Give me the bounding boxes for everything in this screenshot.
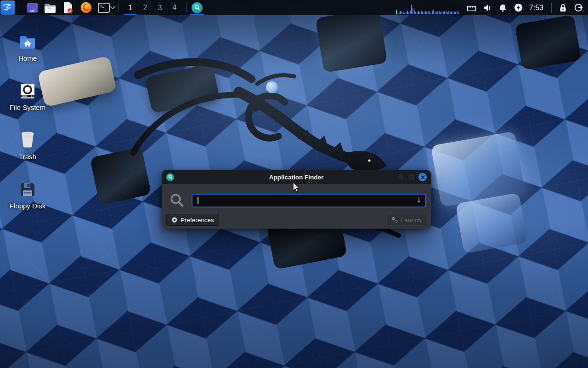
network-tray-button[interactable] xyxy=(464,0,480,15)
volume-tray-button[interactable] xyxy=(480,0,495,15)
close-button[interactable] xyxy=(418,173,427,181)
cpu-bar xyxy=(441,12,442,14)
search-input[interactable] xyxy=(192,194,426,207)
launcher-terminal[interactable]: $ xyxy=(98,2,110,14)
launcher-firefox[interactable] xyxy=(80,2,92,14)
desktop-icon-label: Floppy Disk xyxy=(10,202,45,210)
cpu-bar xyxy=(428,11,429,14)
workspace-indicator xyxy=(153,14,167,15)
cpu-bar xyxy=(400,11,401,14)
cpu-bar xyxy=(454,12,455,14)
preferences-button[interactable]: Preferences xyxy=(166,214,219,226)
search-row: ↓ xyxy=(166,193,426,208)
taskbar-application-finder[interactable] xyxy=(190,0,204,15)
cpu-bar xyxy=(408,12,409,14)
minimize-button[interactable] xyxy=(396,173,405,181)
workspace-indicator xyxy=(138,14,152,15)
volume-icon xyxy=(483,4,492,12)
cpu-bar xyxy=(414,11,415,14)
desktop-icon-label: Home xyxy=(18,54,37,62)
desktop-icon-label: Trash xyxy=(19,153,36,161)
workspace-active-indicator xyxy=(124,14,137,15)
filesystem-drive-icon xyxy=(20,78,35,99)
cpu-bar xyxy=(401,12,402,14)
panel-separator xyxy=(551,3,552,13)
cpu-bar xyxy=(417,12,418,14)
cpu-bar xyxy=(404,13,405,14)
button-row: Preferences Launch xyxy=(166,214,426,226)
cpu-bar xyxy=(399,12,400,14)
cpu-bar xyxy=(436,12,437,14)
desktop-icon-floppy[interactable]: Floppy Disk xyxy=(6,172,50,222)
maximize-button[interactable] xyxy=(407,173,416,181)
notifications-tray-button[interactable] xyxy=(495,0,511,15)
window-controls xyxy=(396,173,427,181)
logout-button[interactable] xyxy=(571,0,586,15)
launch-label: Launch xyxy=(401,217,421,224)
run-gears-icon xyxy=(391,217,398,224)
workspace-1[interactable]: 1 xyxy=(123,0,138,15)
cpu-bar xyxy=(430,13,431,14)
text-editor-icon xyxy=(63,2,73,14)
workspace-2[interactable]: 2 xyxy=(138,0,153,15)
cpu-graph[interactable] xyxy=(396,0,461,15)
cpu-bar xyxy=(451,12,452,14)
cpu-bar xyxy=(455,12,456,14)
panel-launchers: $ xyxy=(26,2,110,14)
gear-icon xyxy=(171,217,178,223)
panel-separator xyxy=(119,3,119,13)
logout-icon xyxy=(574,3,583,12)
close-icon xyxy=(421,175,425,179)
desktop-icon-home[interactable]: Home xyxy=(6,25,50,74)
cpu-bar xyxy=(397,13,398,14)
power-manager-tray-button[interactable] xyxy=(511,0,526,15)
panel-separator xyxy=(20,3,20,13)
notifications-bell-icon xyxy=(499,4,507,12)
cpu-bar xyxy=(439,11,440,14)
launcher-text-editor[interactable] xyxy=(62,2,74,14)
workspace-switcher: 1 2 3 4 xyxy=(123,0,182,15)
workspace-label: 4 xyxy=(173,4,177,12)
cpu-bar xyxy=(447,12,448,14)
screen-lock-icon xyxy=(559,4,567,12)
application-finder-icon xyxy=(192,2,203,13)
cpu-bar xyxy=(433,10,434,14)
cpu-bar xyxy=(443,12,444,14)
panel-clock[interactable]: 7:53 xyxy=(529,4,543,12)
cpu-bar xyxy=(418,11,419,14)
cpu-bar xyxy=(426,12,427,14)
window-titlebar[interactable]: Application Finder xyxy=(162,170,431,184)
cpu-bar xyxy=(435,12,435,14)
cpu-bar xyxy=(410,11,411,14)
launcher-desktop-app[interactable] xyxy=(26,2,38,14)
workspace-4[interactable]: 4 xyxy=(167,0,182,15)
launcher-file-manager[interactable] xyxy=(44,2,56,14)
screen-lock-button[interactable] xyxy=(555,0,571,15)
applications-menu-button[interactable] xyxy=(0,0,15,15)
workspace-label: 1 xyxy=(129,4,133,12)
cpu-bar xyxy=(424,12,424,14)
cpu-bar xyxy=(432,11,433,14)
window-title: Application Finder xyxy=(162,174,431,181)
cpu-bar xyxy=(396,10,397,14)
running-window-indicator xyxy=(190,14,204,15)
top-panel: $ 1 2 3 4 xyxy=(0,0,588,15)
workspace-3[interactable]: 3 xyxy=(153,0,167,15)
cpu-bar xyxy=(419,12,420,14)
workspace-label: 2 xyxy=(143,4,147,12)
window-body: ↓ Preferences Launch xyxy=(162,184,431,229)
desktop-icon-trash[interactable]: Trash xyxy=(6,123,50,172)
cpu-bar xyxy=(406,12,407,14)
cpu-bar xyxy=(422,12,423,14)
cpu-bar xyxy=(407,11,408,14)
cpu-bar xyxy=(413,8,413,14)
desktop-app-icon xyxy=(27,3,38,13)
desktop-icon-filesystem[interactable]: File System xyxy=(6,74,50,123)
cpu-bar xyxy=(457,11,458,14)
firefox-icon xyxy=(80,2,92,13)
launch-button[interactable]: Launch xyxy=(386,214,426,226)
cpu-bar xyxy=(446,12,447,14)
terminal-dropdown-button[interactable] xyxy=(110,6,115,10)
window-app-icon xyxy=(166,173,174,181)
preferences-label: Preferences xyxy=(181,217,214,224)
